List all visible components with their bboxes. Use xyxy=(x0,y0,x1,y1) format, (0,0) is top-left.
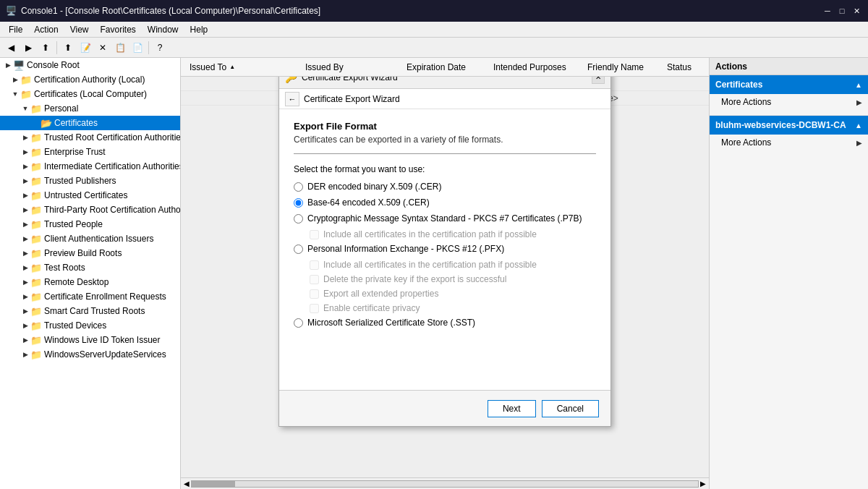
folder-icon: 📁 xyxy=(30,277,42,288)
sort-icon: ▲ xyxy=(229,64,235,70)
menu-file[interactable]: File xyxy=(3,23,28,36)
dialog-close-button[interactable]: ✕ xyxy=(592,77,605,84)
sidebar-item-enterprise-trust[interactable]: ▶ 📁 Enterprise Trust xyxy=(0,145,180,159)
pfx-cert-privacy-checkbox[interactable] xyxy=(310,304,319,313)
maximize-button[interactable]: □ xyxy=(836,5,848,17)
format-der[interactable]: DER encoded binary X.509 (.CER) xyxy=(294,182,596,192)
scrollbar-thumb[interactable] xyxy=(192,480,235,488)
format-pkcs7[interactable]: Cryptographic Message Syntax Standard - … xyxy=(294,213,596,224)
expander-icon: ▶ xyxy=(20,335,30,345)
folder-icon: 📁 xyxy=(20,89,32,100)
scrollbar-track[interactable] xyxy=(191,480,699,488)
sidebar-item-trusted-people[interactable]: ▶ 📁 Trusted People xyxy=(0,217,180,231)
sidebar-item-console-root[interactable]: ▶ 🖥️ Console Root xyxy=(0,58,180,72)
sidebar-item-windows-live[interactable]: ▶ 📁 Windows Live ID Token Issuer xyxy=(0,333,180,347)
collapse-icon: ▲ xyxy=(855,81,862,89)
actions-section-ca[interactable]: bluhm-webservices-DCBW1-CA ▲ xyxy=(710,116,868,135)
col-friendly[interactable]: Friendly Name xyxy=(582,62,661,72)
sidebar-item-label: Certificates xyxy=(54,118,98,128)
sidebar-item-smart-card[interactable]: ▶ 📁 Smart Card Trusted Roots xyxy=(0,304,180,318)
sidebar-item-cert-authority[interactable]: ▶ 📁 Certification Authority (Local) xyxy=(0,72,180,87)
col-expiration[interactable]: Expiration Date xyxy=(401,62,488,72)
actions-more-actions-2[interactable]: More Actions ▶ xyxy=(710,135,868,150)
folder-icon: 📁 xyxy=(30,103,42,114)
folder-icon: 📁 xyxy=(30,234,42,244)
toolbar-action1[interactable]: ⬆ xyxy=(60,40,76,56)
sidebar-item-trusted-root[interactable]: ▶ 📁 Trusted Root Certification Authoriti… xyxy=(0,130,180,145)
col-issued-to[interactable]: Issued To ▲ xyxy=(184,62,299,72)
sidebar-item-label: Trusted Devices xyxy=(44,320,106,331)
pkcs7-include-all[interactable]: Include all certificates in the certific… xyxy=(294,229,596,239)
pfx-delete-key-checkbox[interactable] xyxy=(310,275,319,284)
sidebar-item-remote-desktop[interactable]: ▶ 📁 Remote Desktop xyxy=(0,275,180,289)
menu-action[interactable]: Action xyxy=(28,23,64,36)
sidebar-item-third-party[interactable]: ▶ 📁 Third-Party Root Certification Autho… xyxy=(0,203,180,217)
format-base64-radio[interactable] xyxy=(294,198,303,208)
actions-more-actions-label-2: More Actions xyxy=(721,137,771,148)
close-button[interactable]: ✕ xyxy=(851,5,862,17)
pkcs7-include-all-checkbox[interactable] xyxy=(310,230,319,239)
sidebar-item-certs-local[interactable]: ▼ 📁 Certificates (Local Computer) xyxy=(0,87,180,101)
delete-button[interactable]: ✕ xyxy=(95,40,111,56)
sidebar-item-personal[interactable]: ▼ 📁 Personal xyxy=(0,101,180,116)
dialog-title-text: Certificate Export Wizard xyxy=(302,77,398,82)
window-controls[interactable]: ─ □ ✕ xyxy=(822,5,862,17)
sidebar-item-trusted-publishers[interactable]: ▶ 📁 Trusted Publishers xyxy=(0,174,180,188)
pfx-delete-key[interactable]: Delete the private key if the export is … xyxy=(294,274,596,284)
menu-view[interactable]: View xyxy=(64,23,95,36)
dialog-back-button[interactable]: ← xyxy=(285,92,299,106)
pfx-export-props[interactable]: Export all extended properties xyxy=(294,289,596,299)
col-purposes[interactable]: Intended Purposes xyxy=(488,62,582,72)
format-sst[interactable]: Microsoft Serialized Certificate Store (… xyxy=(294,318,596,328)
sidebar-item-cert-enrollment[interactable]: ▶ 📁 Certificate Enrollment Requests xyxy=(0,289,180,304)
separator1 xyxy=(56,41,57,54)
format-pfx[interactable]: Personal Information Exchange - PKCS #12… xyxy=(294,244,596,254)
format-pkcs7-radio[interactable] xyxy=(294,214,303,224)
up-button[interactable]: ⬆ xyxy=(38,40,54,56)
format-der-radio[interactable] xyxy=(294,182,303,192)
folder-icon: 📂 xyxy=(41,118,52,129)
help-button[interactable]: ? xyxy=(152,40,168,56)
col-status[interactable]: Status xyxy=(661,62,705,72)
sidebar-item-label: Preview Build Roots xyxy=(44,248,122,258)
pfx-export-props-checkbox[interactable] xyxy=(310,289,319,299)
sidebar-item-label: Untrusted Certificates xyxy=(44,190,127,200)
forward-button[interactable]: ▶ xyxy=(20,40,36,56)
pfx-cert-privacy[interactable]: Enable certificate privacy xyxy=(294,303,596,313)
sidebar-item-intermediate[interactable]: ▶ 📁 Intermediate Certification Authoriti… xyxy=(0,159,180,174)
back-button[interactable]: ◀ xyxy=(3,40,19,56)
menu-favorites[interactable]: Favorites xyxy=(95,23,142,36)
scroll-right-button[interactable]: ▶ xyxy=(699,480,707,488)
menu-help[interactable]: Help xyxy=(184,23,214,36)
sidebar-item-trusted-devices[interactable]: ▶ 📁 Trusted Devices xyxy=(0,318,180,333)
actions-header-label: Actions xyxy=(715,61,747,72)
sidebar-item-client-auth[interactable]: ▶ 📁 Client Authentication Issuers xyxy=(0,231,180,246)
expander-icon: ▼ xyxy=(10,89,20,99)
actions-section-ca-label: bluhm-webservices-DCBW1-CA xyxy=(715,120,846,130)
sidebar-item-wsus[interactable]: ▶ 📁 WindowsServerUpdateServices xyxy=(0,347,180,362)
next-button[interactable]: Next xyxy=(488,400,536,417)
sidebar-item-untrusted[interactable]: ▶ 📁 Untrusted Certificates xyxy=(0,188,180,203)
copy-button[interactable]: 📄 xyxy=(129,40,145,56)
minimize-button[interactable]: ─ xyxy=(822,5,833,17)
menu-window[interactable]: Window xyxy=(142,23,184,36)
toolbar-action2[interactable]: 📝 xyxy=(77,40,93,56)
actions-more-actions-1[interactable]: More Actions ▶ xyxy=(710,94,868,110)
col-issued-by[interactable]: Issued By xyxy=(299,62,401,72)
sidebar-item-test-roots[interactable]: ▶ 📁 Test Roots xyxy=(0,260,180,275)
sidebar-item-label: Enterprise Trust xyxy=(44,147,106,157)
properties-button[interactable]: 📋 xyxy=(112,40,128,56)
scroll-left-button[interactable]: ◀ xyxy=(182,480,191,488)
format-sst-radio[interactable] xyxy=(294,318,303,328)
format-pkcs7-label: Cryptographic Message Syntax Standard - … xyxy=(307,213,582,224)
format-base64[interactable]: Base-64 encoded X.509 (.CER) xyxy=(294,197,596,208)
cancel-button[interactable]: Cancel xyxy=(542,400,599,417)
sidebar-item-preview-build[interactable]: ▶ 📁 Preview Build Roots xyxy=(0,246,180,260)
actions-section-certificates[interactable]: Certificates ▲ xyxy=(710,75,868,94)
pfx-include-all[interactable]: Include all certificates in the certific… xyxy=(294,260,596,270)
sidebar-item-certificates[interactable]: 📂 Certificates xyxy=(0,116,180,130)
expander-icon: ▶ xyxy=(20,248,30,258)
pfx-include-all-checkbox[interactable] xyxy=(310,260,319,270)
format-pfx-radio[interactable] xyxy=(294,244,303,254)
dialog-titlebar: 🔑 Certificate Export Wizard ✕ xyxy=(279,77,610,89)
